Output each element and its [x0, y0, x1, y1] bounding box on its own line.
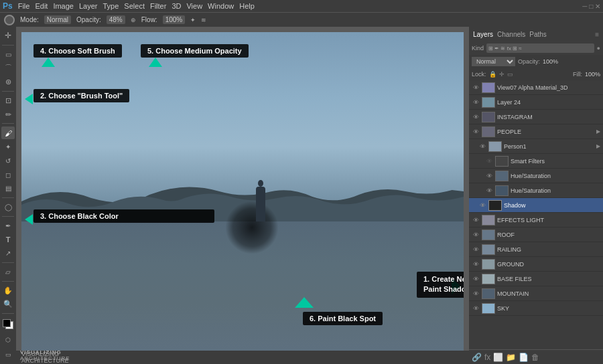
menu-3d[interactable]: 3D — [172, 2, 181, 10]
layer-thumb-smart-filters — [495, 156, 509, 167]
layer-visibility-railing[interactable]: 👁 — [472, 246, 480, 254]
layer-row-railing[interactable]: 👁 RAILING — [469, 242, 603, 257]
menu-layer[interactable]: Layer — [79, 2, 98, 10]
layer-row-view07[interactable]: 👁 View07 Alpha Material_3D — [469, 80, 603, 95]
layer-visibility-sky[interactable]: 👁 — [472, 304, 480, 312]
layer-visibility-huesat1[interactable]: 👁 — [485, 172, 493, 180]
lock-artboard[interactable]: ▭ — [507, 71, 513, 78]
tool-hand[interactable]: ✋ — [1, 284, 15, 297]
tool-zoom[interactable]: 🔍 — [1, 298, 15, 311]
layer-visibility-smart-filters[interactable]: 👁 — [485, 157, 493, 165]
layer-row-instagram[interactable]: 👁 INSTAGRAM — [469, 110, 603, 124]
menu-window[interactable]: Window — [208, 2, 234, 10]
layer-name-effects: EFFECTS LIGHT — [497, 217, 600, 223]
layer-visibility-shadow[interactable]: 👁 — [478, 201, 486, 209]
delete-layer-btn[interactable]: 🗑 — [531, 353, 539, 362]
tool-eyedropper[interactable]: ✏ — [1, 108, 15, 121]
menu-image[interactable]: Image — [53, 2, 74, 10]
tool-dodge[interactable]: ◯ — [1, 201, 15, 213]
layers-filter-bar: Kind ⊞ ✒ ≋ fx ⊞ ≈ ● — [469, 41, 603, 55]
layer-visibility-instagram[interactable]: 👁 — [472, 113, 480, 121]
layer-row-mountain[interactable]: 👁 MOUNTAIN — [469, 286, 603, 301]
tab-channels[interactable]: Channels — [497, 31, 525, 38]
tool-screen-mode[interactable]: ▭ — [1, 348, 15, 361]
filter-toggle[interactable]: ● — [597, 45, 600, 52]
link-layers-btn[interactable]: 🔗 — [472, 353, 482, 362]
tool-shape[interactable]: ▱ — [1, 266, 15, 278]
menu-filter[interactable]: Filter — [150, 2, 166, 10]
layer-visibility-effects[interactable]: 👁 — [472, 216, 480, 224]
layer-effects-btn[interactable]: fx — [484, 353, 490, 362]
branding-line1: VISUALIZING — [20, 349, 70, 355]
layer-row-huesat2[interactable]: 👁 Hue/Saturation — [469, 183, 603, 198]
menu-file[interactable]: File — [18, 2, 30, 10]
layer-visibility-person1[interactable]: 👁 — [478, 143, 486, 151]
layer-row-sky[interactable]: 👁 SKY — [469, 301, 603, 316]
flow-value[interactable]: 100% — [163, 15, 186, 24]
layer-name-view07: View07 Alpha Material_3D — [497, 84, 600, 91]
menu-view[interactable]: View — [186, 2, 202, 10]
people-expand-icon[interactable]: ▶ — [596, 128, 600, 134]
lock-all[interactable]: 🔒 — [489, 71, 496, 78]
menu-select[interactable]: Select — [124, 2, 145, 10]
layer-name-base: BASE FILES — [497, 276, 600, 282]
tool-crop[interactable]: ⊡ — [1, 94, 15, 107]
menu-type[interactable]: Type — [103, 2, 119, 10]
new-group-btn[interactable]: 📁 — [506, 353, 516, 362]
layer-visibility-base[interactable]: 👁 — [472, 275, 480, 283]
tool-lasso[interactable]: ⌒ — [1, 62, 15, 74]
layer-visibility-roof[interactable]: 👁 — [472, 231, 480, 239]
tool-clone-stamp[interactable]: ✦ — [1, 141, 15, 153]
panel-menu-icon[interactable]: ≡ — [595, 31, 599, 38]
toolbar-separator-1 — [2, 45, 14, 46]
tab-paths[interactable]: Paths — [529, 31, 547, 38]
menu-help[interactable]: Help — [239, 2, 255, 10]
menu-edit[interactable]: Edit — [35, 2, 48, 10]
annotation-soft-brush: 4. Choose Soft Brush — [34, 44, 122, 58]
layer-visibility-people[interactable]: 👁 — [472, 128, 480, 136]
fill-value[interactable]: 100% — [585, 71, 600, 78]
layer-row-huesat1[interactable]: 👁 Hue/Saturation — [469, 169, 603, 183]
opacity-value[interactable]: 100% — [543, 58, 563, 65]
layer-row-layer24[interactable]: 👁 Layer 24 — [469, 95, 603, 110]
tool-pen[interactable]: ✒ — [1, 219, 15, 232]
tool-gradient[interactable]: ▤ — [1, 182, 15, 195]
new-layer-btn[interactable]: 📄 — [519, 353, 529, 362]
layer-row-roof[interactable]: 👁 ROOF — [469, 227, 603, 242]
tool-eraser[interactable]: ◻ — [1, 169, 15, 181]
layer-row-effects-light[interactable]: 👁 EFFECTS LIGHT — [469, 213, 603, 227]
layer-row-person1[interactable]: 👁 Person1 ▶ — [469, 139, 603, 154]
layer-visibility-mountain[interactable]: 👁 — [472, 290, 480, 298]
tool-path-select[interactable]: ↗ — [1, 247, 15, 260]
opacity-value[interactable]: 48% — [107, 15, 125, 24]
layer-visibility-huesat2[interactable]: 👁 — [485, 187, 493, 195]
layer-row-shadow[interactable]: 👁 Shadow — [469, 198, 603, 213]
flow-label: Flow: — [141, 16, 157, 23]
tool-quick-select[interactable]: ⊛ — [1, 76, 15, 88]
layer-visibility-layer24[interactable]: 👁 — [472, 98, 480, 106]
lock-position[interactable]: ✛ — [499, 71, 505, 78]
tab-layers[interactable]: Layers — [473, 31, 493, 38]
tool-history-brush[interactable]: ↺ — [1, 155, 15, 167]
tool-quick-mask[interactable]: ⬡ — [1, 333, 15, 347]
layer-thumb-ground — [482, 259, 495, 270]
tool-text[interactable]: T — [1, 234, 15, 246]
layer-row-people[interactable]: 👁 PEOPLE ▶ — [469, 124, 603, 139]
person1-expand-icon[interactable]: ▶ — [596, 143, 600, 149]
layer-name-huesat2: Hue/Saturation — [511, 187, 600, 194]
tool-marquee[interactable]: ▭ — [1, 48, 15, 61]
mode-value[interactable]: Normal — [44, 15, 71, 24]
kind-selector[interactable]: ⊞ ✒ ≋ fx ⊞ ≈ — [486, 43, 594, 53]
layer-visibility-ground[interactable]: 👁 — [472, 260, 480, 268]
layer-row-ground[interactable]: 👁 GROUND — [469, 257, 603, 272]
toolbar-separator-3 — [2, 123, 14, 124]
tool-brush[interactable]: 🖌 — [1, 126, 15, 139]
layer-row-smart-filters[interactable]: 👁 Smart Filters — [469, 154, 603, 169]
add-mask-btn[interactable]: ⬜ — [493, 353, 503, 362]
layer-visibility-view07[interactable]: 👁 — [472, 84, 480, 92]
layer-row-base[interactable]: 👁 BASE FILES — [469, 272, 603, 286]
airbrush-icon: ✦ — [190, 17, 196, 23]
blend-mode-select[interactable]: Normal — [472, 57, 515, 66]
tool-move[interactable]: ✛ — [1, 29, 15, 42]
fg-bg-colors[interactable] — [1, 318, 15, 331]
